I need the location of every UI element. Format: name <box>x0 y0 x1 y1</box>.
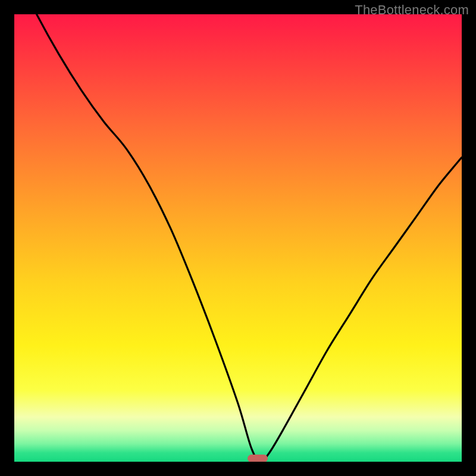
watermark-text: TheBottleneck.com <box>355 2 469 18</box>
optimal-point-marker <box>248 455 268 462</box>
chart-frame: TheBottleneck.com <box>0 0 476 476</box>
bottleneck-curve <box>14 14 462 462</box>
plot-area <box>14 14 462 462</box>
